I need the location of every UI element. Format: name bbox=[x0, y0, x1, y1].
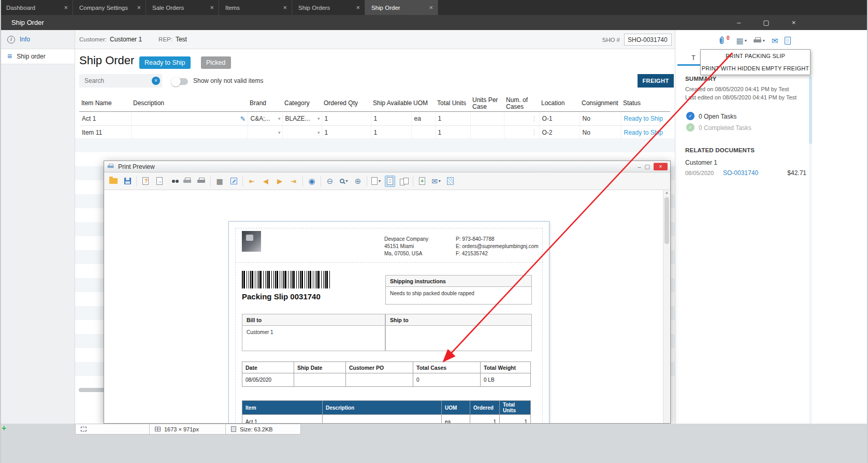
info-val-date: 08/05/2020 bbox=[242, 373, 294, 387]
sidebar-item-info[interactable]: i Info bbox=[0, 30, 75, 49]
sho-number-input[interactable] bbox=[624, 34, 672, 46]
new-document-button[interactable] bbox=[785, 37, 791, 45]
search-input[interactable] bbox=[79, 74, 148, 88]
open-file-icon[interactable] bbox=[108, 176, 119, 187]
maximize-button[interactable]: ▢ bbox=[753, 15, 780, 30]
items-col-item: Item bbox=[242, 401, 323, 415]
rep-label: REP: bbox=[158, 36, 172, 42]
find-icon[interactable] bbox=[168, 176, 179, 187]
bill-to-label: Bill to bbox=[242, 314, 385, 326]
export-icon[interactable] bbox=[154, 176, 165, 187]
tab-company-settings[interactable]: Company Settings× bbox=[73, 0, 146, 15]
image-dimensions-status: 1673 × 971px bbox=[149, 424, 226, 435]
shipping-instructions-text: Needs to ship packed double rapped bbox=[386, 287, 531, 300]
save-icon[interactable] bbox=[122, 176, 133, 187]
open-tasks-label[interactable]: 0 Open Tasks bbox=[699, 113, 736, 120]
edit-description-icon[interactable]: ✎ bbox=[240, 114, 246, 122]
info-val-ship-date bbox=[294, 373, 346, 387]
minimize-button[interactable]: – bbox=[725, 15, 753, 30]
tab-sale-orders[interactable]: Sale Orders× bbox=[146, 0, 219, 15]
table-row[interactable]: Act 1 ✎ C&A;...▾ BLAZE...▾ 1 1 ea 1 ⋮ O-… bbox=[79, 111, 670, 125]
document-help-icon[interactable] bbox=[140, 176, 151, 187]
menu-item-print-hidden-empty-freight[interactable]: PRINT WITH HIDDEN EMPTY FREIGHT bbox=[701, 62, 810, 75]
col-ship-available: Ship Available bbox=[371, 96, 411, 111]
sho-number-group: SHO # bbox=[602, 34, 672, 46]
close-tab-icon[interactable]: × bbox=[283, 4, 287, 11]
row-status-link[interactable]: Ready to Ship bbox=[624, 129, 663, 136]
row-menu-icon[interactable]: ⋮ bbox=[531, 115, 538, 122]
close-tab-icon[interactable]: × bbox=[137, 4, 141, 11]
sidebar-item-ship-order[interactable]: ≡ Ship order bbox=[0, 49, 75, 64]
layout-options-button[interactable]: ▦ ▾ bbox=[736, 37, 747, 45]
document-icon bbox=[785, 37, 791, 45]
scrollbar-thumb[interactable] bbox=[809, 77, 812, 144]
chevron-down-icon[interactable]: ▾ bbox=[278, 130, 281, 135]
window-frame-left bbox=[0, 0, 1, 463]
close-tab-icon[interactable]: × bbox=[210, 4, 214, 11]
tab-ship-orders[interactable]: Ship Orders× bbox=[292, 0, 365, 15]
table-row[interactable]: Item 11 ▾ ▾ 1 1 1 ⋮ O-2 No Ready to Ship bbox=[79, 125, 670, 139]
items-table-header: Item Description UOM Ordered Total Units bbox=[242, 401, 531, 415]
watermark-icon[interactable] bbox=[445, 176, 455, 187]
completed-tasks-label[interactable]: 0 Completed Tasks bbox=[699, 124, 751, 132]
export-document-icon[interactable] bbox=[417, 176, 427, 187]
menu-item-print-packing-slip[interactable]: PRINT PACKING SLIP bbox=[701, 50, 810, 62]
close-tab-icon[interactable]: × bbox=[64, 4, 68, 11]
cell-location: O-2 bbox=[542, 129, 553, 136]
single-page-view-icon[interactable]: ▾ bbox=[371, 176, 381, 187]
last-page-icon[interactable]: ⇥ bbox=[288, 176, 299, 187]
tab-items[interactable]: Items× bbox=[219, 0, 292, 15]
scale-icon[interactable] bbox=[228, 176, 239, 187]
items-table-row: Act 1 ea 1 1 bbox=[242, 415, 531, 424]
created-text: Created on 08/05/2020 04:41 PM by Test bbox=[685, 86, 789, 92]
facing-pages-icon[interactable] bbox=[399, 176, 409, 187]
chevron-down-icon[interactable]: ▾ bbox=[317, 116, 320, 121]
chevron-down-icon[interactable]: ▾ bbox=[278, 116, 281, 121]
close-tab-icon[interactable]: × bbox=[429, 4, 433, 11]
window-title-bar: Ship Order – ▢ × bbox=[0, 15, 868, 30]
previous-page-icon[interactable]: ◀ bbox=[261, 176, 271, 187]
open-tasks-icon: ✓ bbox=[686, 112, 695, 120]
freight-button[interactable]: FREIGHT bbox=[638, 74, 674, 88]
quick-print-icon[interactable] bbox=[196, 176, 207, 187]
tab-ship-order[interactable]: Ship Order× bbox=[365, 0, 438, 15]
status-badge-picked[interactable]: Picked bbox=[201, 56, 231, 69]
related-doc-link[interactable]: SO-0031740 bbox=[723, 169, 758, 177]
preview-close-button[interactable]: × bbox=[654, 163, 668, 170]
zoom-in-icon[interactable]: ⊕ bbox=[353, 176, 363, 187]
close-window-button[interactable]: × bbox=[780, 15, 807, 30]
cell-ordered-qty: 1 bbox=[325, 115, 328, 122]
navigator-icon[interactable]: ◉ bbox=[307, 176, 317, 187]
col-num-of-cases: Num. of Cases bbox=[504, 96, 539, 111]
zoom-icon[interactable]: ▾ bbox=[339, 176, 349, 187]
print-preview-title-bar[interactable]: Print Preview – ▢ × bbox=[104, 161, 670, 172]
print-icon[interactable] bbox=[182, 176, 193, 187]
chevron-down-icon[interactable]: ▾ bbox=[317, 130, 320, 135]
close-tab-icon[interactable]: × bbox=[356, 4, 360, 11]
continuous-view-icon[interactable] bbox=[385, 176, 395, 187]
toggle-knob bbox=[171, 77, 181, 86]
next-page-icon[interactable]: ▶ bbox=[274, 176, 285, 187]
summary-title: SUMMARY bbox=[685, 76, 716, 82]
sidebar-item-label: Info bbox=[20, 36, 30, 43]
page-setup-icon[interactable]: ▦ bbox=[214, 176, 225, 187]
not-valid-items-toggle[interactable] bbox=[172, 78, 188, 85]
preview-maximize-button[interactable]: ▢ bbox=[645, 163, 650, 170]
print-menu-button[interactable]: ▾ bbox=[754, 37, 765, 44]
scroll-up-icon[interactable]: ▲ bbox=[663, 191, 670, 194]
status-badge-ready-to-ship[interactable]: Ready to Ship bbox=[139, 56, 191, 69]
row-status-link[interactable]: Ready to Ship bbox=[624, 115, 663, 122]
company-email: E: orders@supremeplumbingnj.com bbox=[456, 243, 541, 250]
send-email-icon[interactable]: ✉▾ bbox=[431, 176, 441, 187]
preview-minimize-button[interactable]: – bbox=[638, 164, 641, 170]
email-button[interactable]: ✉ bbox=[772, 37, 778, 45]
tab-dashboard[interactable]: Dashboard× bbox=[0, 0, 73, 15]
preview-vertical-scrollbar[interactable]: ▲ bbox=[663, 190, 670, 424]
zoom-out-icon[interactable]: ⊖ bbox=[325, 176, 335, 187]
first-page-icon[interactable]: ⇤ bbox=[247, 176, 257, 187]
attachments-button[interactable]: 0 bbox=[718, 36, 730, 45]
scrollbar-thumb[interactable] bbox=[664, 197, 669, 244]
row-menu-icon[interactable]: ⋮ bbox=[531, 129, 538, 136]
right-panel-scrollbar[interactable] bbox=[809, 76, 812, 450]
clear-search-icon[interactable]: × bbox=[152, 77, 160, 85]
